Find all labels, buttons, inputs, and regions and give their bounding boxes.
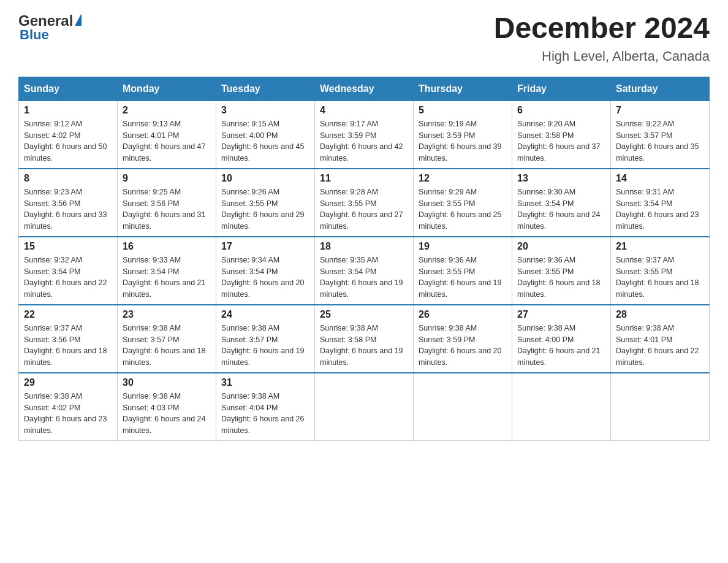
day-number: 25 [320,309,408,320]
day-info: Sunrise: 9:35 AMSunset: 3:54 PMDaylight:… [320,255,408,301]
month-title: December 2024 [494,12,710,45]
day-info: Sunrise: 9:38 AMSunset: 3:57 PMDaylight:… [123,323,211,369]
day-number: 3 [221,105,309,116]
day-number: 21 [616,241,704,252]
day-info: Sunrise: 9:30 AMSunset: 3:54 PMDaylight:… [517,186,605,232]
day-number: 1 [24,105,112,116]
day-info: Sunrise: 9:31 AMSunset: 3:54 PMDaylight:… [616,186,704,232]
table-row: 24Sunrise: 9:38 AMSunset: 3:57 PMDayligh… [216,305,315,373]
day-info: Sunrise: 9:34 AMSunset: 3:54 PMDaylight:… [221,255,309,301]
table-row: 7Sunrise: 9:22 AMSunset: 3:57 PMDaylight… [611,101,710,169]
day-info: Sunrise: 9:38 AMSunset: 4:02 PMDaylight:… [24,391,112,437]
table-row: 27Sunrise: 9:38 AMSunset: 4:00 PMDayligh… [512,305,611,373]
day-number: 31 [221,377,309,388]
day-number: 28 [616,309,704,320]
page-header: General Blue December 2024 High Level, A… [18,12,710,64]
day-info: Sunrise: 9:38 AMSunset: 3:58 PMDaylight:… [320,323,408,369]
calendar-week-row: 8Sunrise: 9:23 AMSunset: 3:56 PMDaylight… [19,169,710,237]
day-number: 6 [517,105,605,116]
table-row: 5Sunrise: 9:19 AMSunset: 3:59 PMDaylight… [414,101,512,169]
table-row: 17Sunrise: 9:34 AMSunset: 3:54 PMDayligh… [216,237,315,305]
calendar-header-row: Sunday Monday Tuesday Wednesday Thursday… [19,77,710,101]
table-row: 30Sunrise: 9:38 AMSunset: 4:03 PMDayligh… [118,373,216,441]
table-row [611,373,710,441]
day-number: 9 [123,173,211,184]
table-row: 21Sunrise: 9:37 AMSunset: 3:55 PMDayligh… [611,237,710,305]
day-number: 17 [221,241,309,252]
day-info: Sunrise: 9:19 AMSunset: 3:59 PMDaylight:… [419,118,507,164]
table-row: 22Sunrise: 9:37 AMSunset: 3:56 PMDayligh… [19,305,118,373]
col-thursday: Thursday [414,77,512,101]
col-wednesday: Wednesday [315,77,414,101]
day-number: 10 [221,173,309,184]
day-info: Sunrise: 9:36 AMSunset: 3:55 PMDaylight:… [517,255,605,301]
table-row [512,373,611,441]
day-number: 12 [419,173,507,184]
logo-arrow-icon [75,13,82,26]
table-row: 13Sunrise: 9:30 AMSunset: 3:54 PMDayligh… [512,169,611,237]
table-row: 6Sunrise: 9:20 AMSunset: 3:58 PMDaylight… [512,101,611,169]
table-row: 1Sunrise: 9:12 AMSunset: 4:02 PMDaylight… [19,101,118,169]
table-row: 28Sunrise: 9:38 AMSunset: 4:01 PMDayligh… [611,305,710,373]
table-row: 29Sunrise: 9:38 AMSunset: 4:02 PMDayligh… [19,373,118,441]
table-row: 26Sunrise: 9:38 AMSunset: 3:59 PMDayligh… [414,305,512,373]
day-number: 22 [24,309,112,320]
table-row: 9Sunrise: 9:25 AMSunset: 3:56 PMDaylight… [118,169,216,237]
day-number: 19 [419,241,507,252]
day-number: 13 [517,173,605,184]
table-row: 20Sunrise: 9:36 AMSunset: 3:55 PMDayligh… [512,237,611,305]
day-number: 2 [123,105,211,116]
day-info: Sunrise: 9:37 AMSunset: 3:55 PMDaylight:… [616,255,704,301]
day-info: Sunrise: 9:20 AMSunset: 3:58 PMDaylight:… [517,118,605,164]
table-row: 15Sunrise: 9:32 AMSunset: 3:54 PMDayligh… [19,237,118,305]
table-row: 31Sunrise: 9:38 AMSunset: 4:04 PMDayligh… [216,373,315,441]
day-number: 26 [419,309,507,320]
day-info: Sunrise: 9:38 AMSunset: 4:04 PMDaylight:… [221,391,309,437]
day-number: 15 [24,241,112,252]
day-number: 16 [123,241,211,252]
col-sunday: Sunday [19,77,118,101]
day-info: Sunrise: 9:36 AMSunset: 3:55 PMDaylight:… [419,255,507,301]
day-number: 24 [221,309,309,320]
day-number: 8 [24,173,112,184]
day-number: 7 [616,105,704,116]
table-row: 4Sunrise: 9:17 AMSunset: 3:59 PMDaylight… [315,101,414,169]
day-info: Sunrise: 9:12 AMSunset: 4:02 PMDaylight:… [24,118,112,164]
day-number: 18 [320,241,408,252]
day-number: 11 [320,173,408,184]
day-info: Sunrise: 9:38 AMSunset: 4:01 PMDaylight:… [616,323,704,369]
col-friday: Friday [512,77,611,101]
day-info: Sunrise: 9:17 AMSunset: 3:59 PMDaylight:… [320,118,408,164]
table-row: 12Sunrise: 9:29 AMSunset: 3:55 PMDayligh… [414,169,512,237]
day-number: 30 [123,377,211,388]
location-title: High Level, Alberta, Canada [494,48,710,64]
day-number: 29 [24,377,112,388]
day-number: 14 [616,173,704,184]
table-row: 19Sunrise: 9:36 AMSunset: 3:55 PMDayligh… [414,237,512,305]
day-info: Sunrise: 9:26 AMSunset: 3:55 PMDaylight:… [221,186,309,232]
table-row [315,373,414,441]
table-row: 25Sunrise: 9:38 AMSunset: 3:58 PMDayligh… [315,305,414,373]
day-number: 5 [419,105,507,116]
day-number: 23 [123,309,211,320]
table-row: 10Sunrise: 9:26 AMSunset: 3:55 PMDayligh… [216,169,315,237]
day-info: Sunrise: 9:13 AMSunset: 4:01 PMDaylight:… [123,118,211,164]
day-number: 27 [517,309,605,320]
table-row [414,373,512,441]
table-row: 16Sunrise: 9:33 AMSunset: 3:54 PMDayligh… [118,237,216,305]
calendar-week-row: 29Sunrise: 9:38 AMSunset: 4:02 PMDayligh… [19,373,710,441]
table-row: 3Sunrise: 9:15 AMSunset: 4:00 PMDaylight… [216,101,315,169]
title-block: December 2024 High Level, Alberta, Canad… [494,12,710,64]
calendar-week-row: 15Sunrise: 9:32 AMSunset: 3:54 PMDayligh… [19,237,710,305]
day-info: Sunrise: 9:25 AMSunset: 3:56 PMDaylight:… [123,186,211,232]
calendar-week-row: 22Sunrise: 9:37 AMSunset: 3:56 PMDayligh… [19,305,710,373]
day-info: Sunrise: 9:29 AMSunset: 3:55 PMDaylight:… [419,186,507,232]
calendar-week-row: 1Sunrise: 9:12 AMSunset: 4:02 PMDaylight… [19,101,710,169]
col-saturday: Saturday [611,77,710,101]
day-info: Sunrise: 9:15 AMSunset: 4:00 PMDaylight:… [221,118,309,164]
day-info: Sunrise: 9:33 AMSunset: 3:54 PMDaylight:… [123,255,211,301]
day-info: Sunrise: 9:23 AMSunset: 3:56 PMDaylight:… [24,186,112,232]
col-tuesday: Tuesday [216,77,315,101]
day-info: Sunrise: 9:37 AMSunset: 3:56 PMDaylight:… [24,323,112,369]
logo: General Blue [18,12,82,43]
